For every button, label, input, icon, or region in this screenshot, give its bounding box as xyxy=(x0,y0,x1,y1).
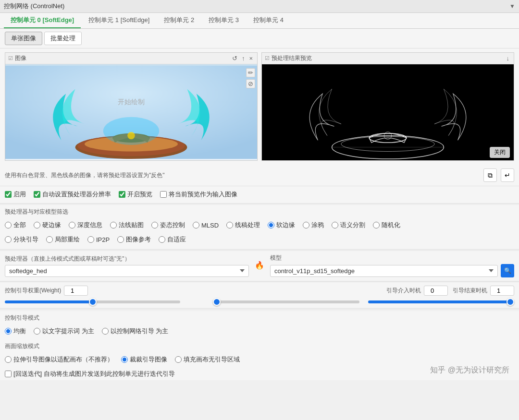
filter-tile-label: 分块引导 xyxy=(13,235,38,244)
download-btn[interactable]: ↓ xyxy=(505,54,511,62)
subtab-batch[interactable]: 批量处理 xyxy=(44,32,82,45)
filter-depth[interactable]: 深度信息 xyxy=(69,221,102,229)
guidance-control-radio[interactable] xyxy=(102,328,109,335)
filter-mlsd-radio[interactable] xyxy=(193,222,199,228)
tab-unit-4[interactable]: 控制单元 4 xyxy=(247,13,290,28)
end-time-input[interactable] xyxy=(490,286,514,296)
filter-ref[interactable]: 图像参考 xyxy=(117,235,151,244)
model-select[interactable]: control_v11p_sd15_softedge xyxy=(270,265,498,277)
filter-adaptive-radio[interactable] xyxy=(159,236,165,243)
tab-unit-1[interactable]: 控制单元 1 [SoftEdge] xyxy=(82,13,156,28)
filter-ref-radio[interactable] xyxy=(117,236,124,243)
preproc-select[interactable]: softedge_hed xyxy=(5,265,249,277)
close-left-btn[interactable]: × xyxy=(247,54,254,62)
zoom-crop[interactable]: 裁裁引导图像 xyxy=(121,355,167,364)
canvas-zoom-title: 画面缩放模式 xyxy=(5,342,514,350)
checkbox-auto-res[interactable]: 自动设置预处理器分辨率 xyxy=(34,190,111,199)
filter-all-radio[interactable] xyxy=(5,222,12,228)
start-slider[interactable] xyxy=(213,300,359,303)
filter-normal-label: 法线贴图 xyxy=(119,221,144,229)
filter-softedge[interactable]: 软边缘 xyxy=(268,221,295,229)
checkbox-preview[interactable]: 开启预览 xyxy=(119,190,152,199)
start-time-input[interactable] xyxy=(424,286,448,296)
filter-mlsd[interactable]: MLSD xyxy=(193,221,219,229)
game-art-svg xyxy=(5,64,257,160)
filter-inpaint-radio[interactable] xyxy=(46,236,53,243)
filter-pose[interactable]: 姿态控制 xyxy=(151,221,185,229)
reset-btn[interactable]: ↺ xyxy=(231,54,239,62)
filter-depth-label: 深度信息 xyxy=(77,221,102,229)
eraser-tool-btn[interactable]: ⊘ xyxy=(246,79,255,88)
filter-segment[interactable]: 语义分割 xyxy=(332,221,365,229)
filter-normal[interactable]: 法线贴图 xyxy=(110,221,144,229)
checkbox-use-preview-input[interactable] xyxy=(160,191,167,198)
tab-unit-3[interactable]: 控制单元 3 xyxy=(202,13,246,28)
guidance-balanced-radio[interactable] xyxy=(5,328,12,335)
upload-btn[interactable]: ↑ xyxy=(240,54,247,62)
guidance-control[interactable]: 以控制网络引导 为主 xyxy=(102,327,169,336)
preproc-label: 预处理器（直接上传模式式图或草稿时可选"无"） xyxy=(5,255,249,263)
checkbox-enable[interactable]: 启用 xyxy=(5,190,26,199)
filter-scribble[interactable]: 涂鸦 xyxy=(303,221,324,229)
copy-icon-btn[interactable]: ⧉ xyxy=(483,168,497,182)
enter-icon-btn[interactable]: ↵ xyxy=(501,168,514,182)
weight-value-input[interactable] xyxy=(64,286,88,296)
end-slider[interactable] xyxy=(368,300,514,303)
filter-inpaint[interactable]: 局部重绘 xyxy=(46,235,80,244)
filter-softedge-radio[interactable] xyxy=(268,222,274,228)
filter-segment-radio[interactable] xyxy=(332,222,338,228)
model-search-btn[interactable]: 🔍 xyxy=(501,264,514,277)
filter-pose-radio[interactable] xyxy=(151,222,158,228)
filter-mlsd-label: MLSD xyxy=(201,222,219,229)
checkbox-preview-input[interactable] xyxy=(119,191,125,198)
filter-random[interactable]: 随机化 xyxy=(373,221,400,229)
filter-depth-radio[interactable] xyxy=(69,222,75,228)
tab-unit-2[interactable]: 控制单元 2 xyxy=(157,13,201,28)
filter-tile-radio[interactable] xyxy=(5,236,12,243)
left-panel-checkbox-icon: ☑ xyxy=(8,55,13,61)
filter-hard-edge-radio[interactable] xyxy=(34,222,40,228)
left-panel-title: 图像 xyxy=(15,54,26,62)
tab-unit-0[interactable]: 控制单元 0 [SoftEdge] xyxy=(4,13,81,28)
info-text: 使用有白色背景、黑色线条的图像，请将预处理器设置为"反色" xyxy=(5,171,165,180)
checkbox-use-preview[interactable]: 将当前预览作为输入图像 xyxy=(160,190,237,199)
filter-scribble-radio[interactable] xyxy=(303,222,309,228)
guidance-prompt[interactable]: 以文字提示词 为主 xyxy=(34,327,94,336)
filter-all[interactable]: 全部 xyxy=(5,221,26,229)
subtab-single[interactable]: 单张图像 xyxy=(5,32,42,45)
end-label-group: 引导结束时机 xyxy=(453,286,514,296)
left-image-display[interactable]: 开始绘制 ✏ ⊘ xyxy=(5,64,257,160)
guidance-balanced[interactable]: 均衡 xyxy=(5,327,26,336)
loopback-checkbox-input[interactable] xyxy=(5,371,12,377)
filter-section: 预处理器与对应模型筛选 全部 硬边缘 深度信息 法线贴图 姿态控制 xyxy=(0,205,519,249)
filter-ip2p[interactable]: IP2P xyxy=(87,235,110,244)
filter-ip2p-radio[interactable] xyxy=(87,236,94,243)
close-preview-btn[interactable]: 关闭 xyxy=(490,147,510,158)
fire-btn[interactable]: 🔥 xyxy=(253,259,266,272)
left-game-art: 开始绘制 xyxy=(5,64,257,160)
zoom-fill[interactable]: 填充画布无引导区域 xyxy=(175,355,240,364)
zoom-fill-label: 填充画布无引导区域 xyxy=(184,355,240,364)
checkbox-row: 启用 自动设置预处理器分辨率 开启预览 将当前预览作为输入图像 xyxy=(0,186,519,203)
checkbox-enable-input[interactable] xyxy=(5,191,12,198)
zoom-stretch-radio[interactable] xyxy=(5,356,12,363)
zoom-stretch[interactable]: 拉伸引导图像以适配画布（不推荐） xyxy=(5,355,113,364)
guidance-prompt-radio[interactable] xyxy=(34,328,40,335)
filter-lineart[interactable]: 线稿处理 xyxy=(226,221,260,229)
filter-lineart-radio[interactable] xyxy=(226,222,233,228)
left-panel-tools: ↺ ↑ × xyxy=(231,54,254,62)
checkbox-auto-res-input[interactable] xyxy=(34,191,40,198)
image-panels: ☑ 图像 ↺ ↑ × xyxy=(0,48,519,165)
weight-slider[interactable] xyxy=(5,300,180,303)
draw-tool-btn[interactable]: ✏ xyxy=(246,68,255,77)
filter-normal-radio[interactable] xyxy=(110,222,117,228)
filter-random-radio[interactable] xyxy=(373,222,380,228)
zoom-fill-radio[interactable] xyxy=(175,356,182,363)
zoom-crop-radio[interactable] xyxy=(121,356,128,363)
collapse-arrow[interactable]: ▼ xyxy=(509,3,515,10)
loopback-checkbox[interactable]: [回送迭代] 自动将生成图片发送到此控制单元进行迭代引导 xyxy=(5,370,514,378)
filter-tile[interactable]: 分块引导 xyxy=(5,235,38,244)
filter-adaptive[interactable]: 自适应 xyxy=(159,235,186,244)
filter-hard-edge[interactable]: 硬边缘 xyxy=(34,221,61,229)
weight-label: 控制引导权重(Weight) xyxy=(5,287,61,295)
